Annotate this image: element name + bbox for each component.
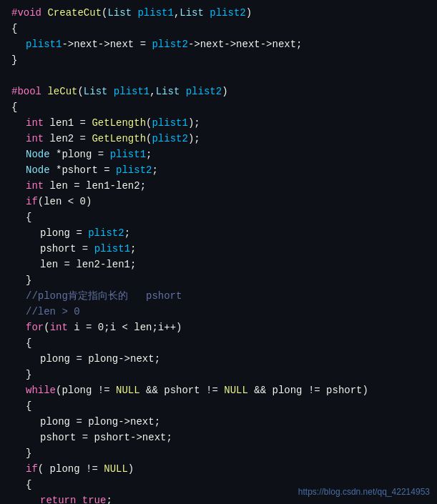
code-line	[11, 69, 430, 84]
code-line: }	[11, 53, 430, 69]
code-line: {	[11, 336, 430, 352]
keyword-bool: #bool	[11, 84, 47, 100]
code-line: {	[11, 210, 430, 226]
code-line: pshort = pshort->next;	[11, 430, 430, 446]
code-line: //plong肯定指向长的 pshort	[11, 289, 430, 305]
code-line: if( plong != NULL)	[11, 462, 430, 478]
code-line: while(plong != NULL && pshort != NULL &&…	[11, 383, 430, 399]
code-line: #bool leCut(List plist1,List plist2)	[11, 84, 430, 100]
code-line: {	[11, 100, 430, 116]
code-line: }	[11, 273, 430, 289]
code-line: //len > 0	[11, 305, 430, 320]
function-name: CreateCut	[47, 6, 102, 21]
code-line: pshort = plist1;	[11, 242, 430, 257]
code-line: if(len < 0)	[11, 194, 430, 210]
code-line: #void CreateCut(List plist1,List plist2)	[11, 6, 430, 21]
function-name-lecut: leCut	[47, 84, 77, 100]
code-line: len = len2-len1;	[11, 257, 430, 273]
code-line: }	[11, 367, 430, 383]
keyword-void: #void	[11, 6, 47, 21]
code-line: for(int i = 0;i < len;i++)	[11, 320, 430, 336]
watermark: https://blog.csdn.net/qq_42214953	[298, 487, 430, 497]
code-line: }	[11, 446, 430, 462]
code-line: {	[11, 399, 430, 415]
code-line: int len1 = GetLength(plist1);	[11, 116, 430, 132]
code-line: plong = plist2;	[11, 226, 430, 242]
code-line: int len2 = GetLength(plist2);	[11, 132, 430, 147]
code-line: plist1->next->next = plist2->next->next-…	[11, 37, 430, 53]
code-line: Node *pshort = plist2;	[11, 163, 430, 179]
code-content: #void CreateCut(List plist1,List plist2)…	[0, 0, 437, 504]
code-line: plong = plong->next;	[11, 415, 430, 430]
code-line: Node *plong = plist1;	[11, 147, 430, 163]
code-line: int len = len1-len2;	[11, 179, 430, 194]
code-line: plong = plong->next;	[11, 352, 430, 367]
code-line: {	[11, 21, 430, 37]
code-editor: #void CreateCut(List plist1,List plist2)…	[0, 0, 437, 504]
